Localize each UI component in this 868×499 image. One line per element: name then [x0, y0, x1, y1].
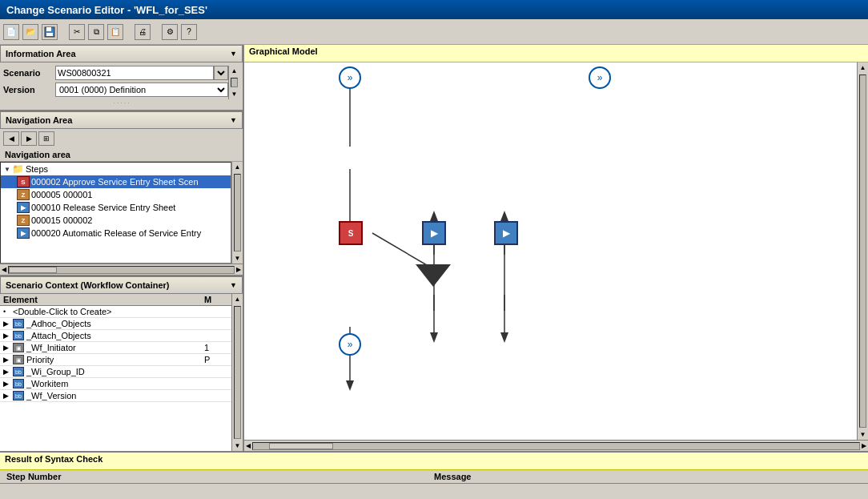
- attach-expand[interactable]: ▶: [3, 332, 13, 340]
- info-area-title: Information Area: [6, 49, 76, 58]
- context-arrow[interactable]: ▼: [230, 281, 237, 289]
- nav-hscroll-thumb[interactable]: [9, 267, 57, 273]
- save-button[interactable]: [42, 24, 58, 40]
- adhoc-icon: bb: [13, 319, 24, 328]
- step-play2-box[interactable]: ▶: [494, 221, 518, 245]
- help-button[interactable]: ?: [181, 24, 197, 40]
- svg-marker-9: [500, 211, 508, 221]
- nav-expand-button[interactable]: ⊞: [38, 131, 54, 146]
- svg-rect-1: [46, 27, 51, 31]
- end-event[interactable]: »: [339, 333, 361, 356]
- initiator-label: _Wf_Initiator: [26, 343, 204, 352]
- info-scroll-down[interactable]: ▼: [229, 89, 239, 99]
- nav-area-arrow[interactable]: ▼: [230, 116, 237, 124]
- workitem-expand[interactable]: ▶: [3, 380, 13, 388]
- nav-vscroll-down[interactable]: ▼: [232, 253, 243, 264]
- main-layout: Information Area ▼ Scenario ▼ Version: [0, 45, 868, 451]
- new-button[interactable]: 📄: [3, 24, 19, 40]
- step-000015-label: 000015 000002: [31, 215, 92, 225]
- scenario-dropdown[interactable]: ▼: [214, 66, 228, 80]
- navigation-area: Navigation Area ▼ ◀ ▶ ⊞ Navigation area …: [0, 111, 243, 275]
- info-area-arrow[interactable]: ▼: [230, 50, 237, 58]
- graphical-canvas[interactable]: » » S ▶ ▶ »: [244, 62, 857, 440]
- groupid-expand[interactable]: ▶: [3, 368, 13, 376]
- scenario-input[interactable]: [55, 66, 214, 80]
- context-row-initiator[interactable]: ▶ ▣ _Wf_Initiator 1: [0, 342, 231, 354]
- info-resize-handle[interactable]: · · · · ·: [3, 99, 239, 107]
- context-row-version[interactable]: ▶ bb _Wf_Version: [0, 390, 231, 402]
- step-z2-icon: Z: [17, 215, 30, 226]
- copy-button[interactable]: ⧉: [88, 24, 104, 40]
- tree-item-000002[interactable]: S 000002 Approve Service Entry Sheet Sce…: [1, 175, 231, 188]
- svg-rect-2: [46, 33, 53, 36]
- context-row-create[interactable]: • <Double-Click to Create>: [0, 306, 231, 318]
- tree-item-000020[interactable]: ▶ 000020 Automatic Release of Service En…: [1, 227, 231, 239]
- graphical-vscroll-up[interactable]: ▲: [858, 62, 868, 73]
- tree-item-steps[interactable]: ▼ 📁 Steps: [1, 163, 231, 175]
- gateway[interactable]: [416, 264, 451, 287]
- cut-button[interactable]: ✂: [69, 24, 85, 40]
- app-title: Change Scenario Editor - 'WFL_for_SES': [6, 4, 207, 16]
- nav-hscroll-left[interactable]: ◀: [0, 266, 8, 273]
- graphical-hscroll-right[interactable]: ▶: [860, 442, 868, 449]
- step-000010-label: 000010 Release Service Entry Sheet: [31, 203, 175, 212]
- version-select[interactable]: 0001 (0000) Definition: [55, 82, 228, 97]
- tree-item-000015[interactable]: Z 000015 000002: [1, 214, 231, 227]
- attach-label: _Attach_Objects: [26, 331, 204, 340]
- svg-marker-17: [346, 380, 354, 391]
- initiator-expand[interactable]: ▶: [3, 344, 13, 352]
- groupid-label: _Wi_Group_ID: [26, 367, 204, 376]
- context-row-adhoc[interactable]: ▶ bb _Adhoc_Objects: [0, 318, 231, 330]
- nav-tree[interactable]: ▼ 📁 Steps S 000002 Approve Service Entry…: [0, 162, 231, 264]
- nav-toolbar: ◀ ▶ ⊞: [0, 129, 243, 148]
- context-row-priority[interactable]: ▶ ▣ Priority P: [0, 354, 231, 366]
- info-content: Scenario ▼ Version 0001 (0000) Definitio…: [0, 62, 243, 110]
- title-bar: Change Scenario Editor - 'WFL_for_SES': [0, 0, 868, 19]
- attach-icon: bb: [13, 331, 24, 340]
- col-element-header: Element: [3, 295, 204, 304]
- nav-hscroll-right[interactable]: ▶: [235, 266, 243, 273]
- workitem-icon: bb: [13, 379, 24, 388]
- step-z1-icon: Z: [17, 189, 30, 200]
- workitem-label: _Workitem: [26, 379, 204, 388]
- step-000005-label: 000005 000001: [31, 190, 92, 199]
- paste-button[interactable]: 📋: [107, 24, 123, 40]
- priority-expand[interactable]: ▶: [3, 356, 13, 364]
- initiator-icon: ▣: [13, 343, 24, 352]
- step-play1-box[interactable]: ▶: [422, 221, 446, 245]
- info-scroll-up[interactable]: ▲: [229, 66, 239, 76]
- branch-event-top[interactable]: »: [589, 66, 611, 89]
- nav-tree-vscroll[interactable]: ▲ ▼: [231, 162, 243, 264]
- context-row-attach[interactable]: ▶ bb _Attach_Objects: [0, 330, 231, 342]
- start-event[interactable]: »: [339, 66, 361, 89]
- open-button[interactable]: 📂: [22, 24, 38, 40]
- svg-marker-13: [430, 332, 438, 343]
- context-vscroll-down[interactable]: ▼: [232, 441, 243, 451]
- graphical-vscroll[interactable]: ▲ ▼: [857, 62, 868, 440]
- context-vscroll[interactable]: ▲ ▼: [231, 294, 243, 451]
- version-icon: bb: [13, 391, 24, 400]
- graphical-hscroll-left[interactable]: ◀: [244, 442, 252, 449]
- nav-area-header: Navigation Area ▼: [0, 111, 243, 129]
- adhoc-expand[interactable]: ▶: [3, 320, 13, 328]
- bottom-col-message: Message: [434, 472, 862, 481]
- print-button[interactable]: 🖨: [135, 24, 151, 40]
- information-area: Information Area ▼ Scenario ▼ Version: [0, 45, 243, 111]
- context-row-workitem[interactable]: ▶ bb _Workitem: [0, 378, 231, 390]
- graphical-hscroll-thumb[interactable]: [269, 443, 333, 449]
- tree-item-000010[interactable]: ▶ 000010 Release Service Entry Sheet: [1, 201, 231, 214]
- context-row-groupid[interactable]: ▶ bb _Wi_Group_ID: [0, 366, 231, 378]
- graphical-title: Graphical Model: [249, 46, 318, 56]
- nav-area-title: Navigation Area: [6, 115, 72, 125]
- initiator-m: 1: [204, 343, 228, 352]
- nav-back-button[interactable]: ◀: [3, 131, 19, 146]
- nav-forward-button[interactable]: ▶: [21, 131, 37, 146]
- version-expand[interactable]: ▶: [3, 392, 13, 400]
- context-vscroll-up[interactable]: ▲: [232, 294, 243, 304]
- graphical-vscroll-down[interactable]: ▼: [858, 429, 868, 440]
- step-play1-icon: ▶: [17, 202, 30, 213]
- nav-vscroll-up[interactable]: ▲: [232, 162, 243, 172]
- step-s-box[interactable]: S: [339, 221, 363, 245]
- tree-item-000005[interactable]: Z 000005 000001: [1, 188, 231, 201]
- settings-button[interactable]: ⚙: [162, 24, 178, 40]
